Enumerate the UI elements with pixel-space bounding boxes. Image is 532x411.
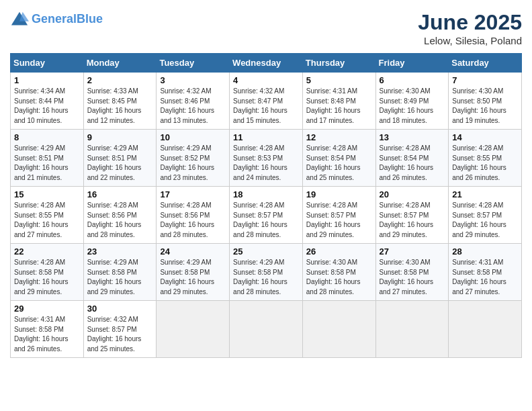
calendar-cell: 20Sunrise: 4:28 AMSunset: 8:57 PMDayligh… xyxy=(375,187,449,244)
weekday-header: Saturday xyxy=(449,54,522,73)
day-info: Sunrise: 4:32 AMSunset: 8:47 PMDaylight:… xyxy=(233,87,299,126)
day-number: 4 xyxy=(233,75,299,85)
day-info: Sunrise: 4:28 AMSunset: 8:58 PMDaylight:… xyxy=(14,258,80,297)
day-number: 1 xyxy=(14,75,80,85)
calendar-week-row: 22Sunrise: 4:28 AMSunset: 8:58 PMDayligh… xyxy=(11,244,522,301)
calendar-header-row: SundayMondayTuesdayWednesdayThursdayFrid… xyxy=(11,54,522,73)
day-number: 19 xyxy=(306,189,372,199)
calendar-cell: 12Sunrise: 4:28 AMSunset: 8:54 PMDayligh… xyxy=(302,130,375,187)
calendar-cell: 27Sunrise: 4:30 AMSunset: 8:58 PMDayligh… xyxy=(375,244,449,301)
calendar-cell: 30Sunrise: 4:32 AMSunset: 8:57 PMDayligh… xyxy=(83,301,157,358)
calendar-cell: 28Sunrise: 4:31 AMSunset: 8:58 PMDayligh… xyxy=(449,244,522,301)
calendar-cell: 24Sunrise: 4:29 AMSunset: 8:58 PMDayligh… xyxy=(157,244,230,301)
day-info: Sunrise: 4:30 AMSunset: 8:49 PMDaylight:… xyxy=(380,87,445,126)
calendar-cell: 26Sunrise: 4:30 AMSunset: 8:58 PMDayligh… xyxy=(302,244,375,301)
day-number: 22 xyxy=(14,246,80,257)
day-info: Sunrise: 4:28 AMSunset: 8:56 PMDaylight:… xyxy=(160,201,226,240)
day-info: Sunrise: 4:31 AMSunset: 8:58 PMDaylight:… xyxy=(14,315,80,354)
day-number: 16 xyxy=(87,189,153,199)
logo-icon xyxy=(10,10,29,29)
calendar-week-row: 15Sunrise: 4:28 AMSunset: 8:55 PMDayligh… xyxy=(11,187,522,244)
day-info: Sunrise: 4:28 AMSunset: 8:55 PMDaylight:… xyxy=(14,201,80,240)
day-number: 9 xyxy=(87,132,153,142)
month-title: June 2025 xyxy=(418,10,522,35)
calendar-cell: 16Sunrise: 4:28 AMSunset: 8:56 PMDayligh… xyxy=(83,187,157,244)
weekday-header: Wednesday xyxy=(230,54,303,73)
day-info: Sunrise: 4:30 AMSunset: 8:58 PMDaylight:… xyxy=(380,258,445,297)
calendar-week-row: 29Sunrise: 4:31 AMSunset: 8:58 PMDayligh… xyxy=(11,301,522,358)
weekday-header: Sunday xyxy=(11,54,84,73)
calendar-cell: 17Sunrise: 4:28 AMSunset: 8:56 PMDayligh… xyxy=(157,187,230,244)
day-info: Sunrise: 4:28 AMSunset: 8:55 PMDaylight:… xyxy=(452,144,518,183)
day-number: 27 xyxy=(380,246,445,257)
calendar-cell: 5Sunrise: 4:31 AMSunset: 8:48 PMDaylight… xyxy=(302,73,375,130)
day-info: Sunrise: 4:33 AMSunset: 8:45 PMDaylight:… xyxy=(87,87,153,126)
weekday-header: Monday xyxy=(83,54,157,73)
calendar-cell xyxy=(230,301,303,358)
day-number: 30 xyxy=(87,304,153,314)
day-info: Sunrise: 4:34 AMSunset: 8:44 PMDaylight:… xyxy=(14,87,80,126)
day-info: Sunrise: 4:32 AMSunset: 8:57 PMDaylight:… xyxy=(87,315,153,354)
day-info: Sunrise: 4:32 AMSunset: 8:46 PMDaylight:… xyxy=(160,87,226,126)
day-info: Sunrise: 4:28 AMSunset: 8:54 PMDaylight:… xyxy=(380,144,445,183)
weekday-header: Tuesday xyxy=(157,54,230,73)
day-info: Sunrise: 4:28 AMSunset: 8:57 PMDaylight:… xyxy=(233,201,299,240)
day-info: Sunrise: 4:30 AMSunset: 8:58 PMDaylight:… xyxy=(306,258,372,297)
calendar-cell: 23Sunrise: 4:29 AMSunset: 8:58 PMDayligh… xyxy=(83,244,157,301)
title-block: June 2025 Lelow, Silesia, Poland xyxy=(418,10,522,46)
day-info: Sunrise: 4:29 AMSunset: 8:58 PMDaylight:… xyxy=(160,258,226,297)
calendar-cell: 8Sunrise: 4:29 AMSunset: 8:51 PMDaylight… xyxy=(11,130,84,187)
day-info: Sunrise: 4:31 AMSunset: 8:48 PMDaylight:… xyxy=(306,87,372,126)
day-number: 29 xyxy=(14,304,80,314)
calendar-cell: 25Sunrise: 4:29 AMSunset: 8:58 PMDayligh… xyxy=(230,244,303,301)
calendar-cell: 29Sunrise: 4:31 AMSunset: 8:58 PMDayligh… xyxy=(11,301,84,358)
calendar-cell: 11Sunrise: 4:28 AMSunset: 8:53 PMDayligh… xyxy=(230,130,303,187)
day-number: 11 xyxy=(233,132,299,142)
calendar-cell: 3Sunrise: 4:32 AMSunset: 8:46 PMDaylight… xyxy=(157,73,230,130)
day-number: 20 xyxy=(380,189,445,199)
day-number: 23 xyxy=(87,246,153,257)
logo-text: GeneralBlue xyxy=(32,13,103,26)
day-info: Sunrise: 4:29 AMSunset: 8:58 PMDaylight:… xyxy=(233,258,299,297)
day-number: 25 xyxy=(233,246,299,257)
day-info: Sunrise: 4:28 AMSunset: 8:57 PMDaylight:… xyxy=(452,201,518,240)
day-number: 14 xyxy=(452,132,518,142)
day-number: 15 xyxy=(14,189,80,199)
day-number: 17 xyxy=(160,189,226,199)
day-info: Sunrise: 4:29 AMSunset: 8:51 PMDaylight:… xyxy=(14,144,80,183)
calendar-cell: 19Sunrise: 4:28 AMSunset: 8:57 PMDayligh… xyxy=(302,187,375,244)
calendar-cell: 13Sunrise: 4:28 AMSunset: 8:54 PMDayligh… xyxy=(375,130,449,187)
day-info: Sunrise: 4:29 AMSunset: 8:51 PMDaylight:… xyxy=(87,144,153,183)
day-number: 18 xyxy=(233,189,299,199)
calendar-table: SundayMondayTuesdayWednesdayThursdayFrid… xyxy=(10,53,522,358)
logo: GeneralBlue xyxy=(10,10,103,29)
calendar-cell: 6Sunrise: 4:30 AMSunset: 8:49 PMDaylight… xyxy=(375,73,449,130)
location: Lelow, Silesia, Poland xyxy=(418,35,522,46)
day-number: 7 xyxy=(452,75,518,85)
day-info: Sunrise: 4:28 AMSunset: 8:53 PMDaylight:… xyxy=(233,144,299,183)
day-info: Sunrise: 4:28 AMSunset: 8:57 PMDaylight:… xyxy=(380,201,445,240)
weekday-header: Friday xyxy=(375,54,449,73)
calendar-cell: 22Sunrise: 4:28 AMSunset: 8:58 PMDayligh… xyxy=(11,244,84,301)
calendar-cell: 21Sunrise: 4:28 AMSunset: 8:57 PMDayligh… xyxy=(449,187,522,244)
calendar-cell: 14Sunrise: 4:28 AMSunset: 8:55 PMDayligh… xyxy=(449,130,522,187)
page-header: GeneralBlue June 2025 Lelow, Silesia, Po… xyxy=(10,10,522,46)
calendar-cell: 15Sunrise: 4:28 AMSunset: 8:55 PMDayligh… xyxy=(11,187,84,244)
day-number: 21 xyxy=(452,189,518,199)
day-info: Sunrise: 4:28 AMSunset: 8:57 PMDaylight:… xyxy=(306,201,372,240)
logo-line1: General xyxy=(32,12,77,26)
calendar-week-row: 1Sunrise: 4:34 AMSunset: 8:44 PMDaylight… xyxy=(11,73,522,130)
calendar-cell: 1Sunrise: 4:34 AMSunset: 8:44 PMDaylight… xyxy=(11,73,84,130)
day-info: Sunrise: 4:31 AMSunset: 8:58 PMDaylight:… xyxy=(452,258,518,297)
day-number: 13 xyxy=(380,132,445,142)
calendar-cell: 7Sunrise: 4:30 AMSunset: 8:50 PMDaylight… xyxy=(449,73,522,130)
day-number: 24 xyxy=(160,246,226,257)
day-info: Sunrise: 4:28 AMSunset: 8:54 PMDaylight:… xyxy=(306,144,372,183)
calendar-week-row: 8Sunrise: 4:29 AMSunset: 8:51 PMDaylight… xyxy=(11,130,522,187)
day-info: Sunrise: 4:30 AMSunset: 8:50 PMDaylight:… xyxy=(452,87,518,126)
day-number: 26 xyxy=(306,246,372,257)
calendar-cell: 18Sunrise: 4:28 AMSunset: 8:57 PMDayligh… xyxy=(230,187,303,244)
calendar-cell xyxy=(375,301,449,358)
logo-line2: Blue xyxy=(77,12,103,26)
weekday-header: Thursday xyxy=(302,54,375,73)
